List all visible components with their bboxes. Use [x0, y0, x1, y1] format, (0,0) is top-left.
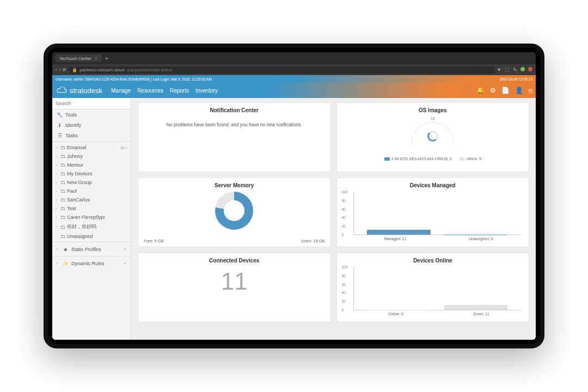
chevron-right-icon[interactable]: ›	[56, 225, 59, 229]
sidebar: 🔧Tools ℹIdentify ☰Tasks ›🗀Emanuel🗀+›🗀Joh…	[52, 98, 131, 340]
nav-reports[interactable]: Reports	[170, 88, 189, 94]
tree-label: Mensur	[67, 162, 83, 168]
tree-item[interactable]: 🗀Unassigned	[52, 232, 131, 241]
tree-item[interactable]: ›🗀Mensur	[52, 161, 131, 169]
info-icon: ℹ	[57, 122, 63, 128]
chevron-right-icon[interactable]: ›	[56, 216, 59, 219]
close-tab-icon[interactable]: ×	[95, 56, 97, 61]
browser-tabs: NoTouch Center × +	[52, 52, 536, 64]
wand-icon: ✨	[63, 260, 69, 266]
chevron-right-icon[interactable]: ›	[56, 198, 59, 202]
tree-label: Санкт-Петербург	[67, 215, 106, 220]
dashboard-content: Notification Center No problems have bee…	[131, 98, 536, 340]
folder-icon: 🗀	[60, 234, 65, 239]
gauge-top-tick: 10	[431, 117, 435, 120]
card-os-images: OS Images 10 2.40.4761-EEs-k413-x64-1904…	[336, 102, 530, 172]
x-label: Down: 11	[473, 312, 489, 316]
extension-icon[interactable]	[528, 67, 532, 71]
tree-item[interactable]: ›🗀Санкт-Петербург	[52, 213, 131, 222]
folder-icon: 🗀	[60, 145, 65, 150]
folder-icon: 🗀	[60, 162, 65, 168]
chevron-right-icon[interactable]: ›	[56, 181, 59, 185]
card-server-memory: Server Memory Free: 5 GB Used: 19 GB	[138, 177, 331, 247]
reload-icon[interactable]: ⟳	[63, 68, 66, 72]
url-field[interactable]: 🔒 pacheco.notouch.cloud/easyadmin/main.a…	[69, 66, 495, 74]
tree-label: Johnny	[67, 154, 83, 159]
legend-item: others: 9	[460, 157, 481, 161]
folder-icon: 🗀	[60, 180, 65, 185]
tree-label: Emanuel	[67, 145, 87, 150]
sidebar-static-profiles[interactable]: ›◈Static Profiles+	[52, 243, 131, 255]
tree-item[interactable]: ›🗀Test	[52, 204, 131, 213]
user-icon[interactable]: 👤	[515, 87, 523, 94]
sidebar-tools[interactable]: 🔧Tools	[52, 109, 131, 120]
chevron-right-icon[interactable]: ›	[56, 146, 59, 150]
extension-icon[interactable]: ✦	[497, 67, 501, 72]
chevron-right-icon[interactable]: ›	[56, 189, 59, 193]
folder-icon: 🗀	[60, 206, 65, 211]
folder-icon: 🗀	[60, 154, 65, 159]
diamond-icon: ◈	[63, 246, 69, 252]
tree-item[interactable]: ›🗀你好，你好吗	[52, 222, 131, 232]
sidebar-tasks[interactable]: ☰Tasks	[52, 130, 131, 140]
card-title: Connected Devices	[143, 258, 326, 264]
document-icon[interactable]: 📄	[501, 87, 510, 94]
tree-label: Paul	[67, 188, 77, 194]
os-images-gauge: 10	[406, 117, 460, 155]
bell-icon[interactable]: 🔔	[476, 87, 485, 94]
nav-resources[interactable]: Resources	[137, 88, 163, 94]
sidebar-item-label: Identify	[65, 122, 81, 128]
sidebar-identify[interactable]: ℹIdentify	[52, 120, 131, 130]
search-input[interactable]	[52, 98, 131, 109]
tree-item[interactable]: ›🗀SanCarlos	[52, 195, 131, 204]
lock-icon: 🔒	[72, 68, 77, 72]
chevron-right-icon[interactable]: ›	[56, 163, 59, 167]
card-notification-center: Notification Center No problems have bee…	[138, 102, 331, 172]
add-icon[interactable]: +	[124, 247, 126, 252]
notification-body: No problems have been found, and you hav…	[143, 122, 326, 127]
nav-forward-icon[interactable]: ›	[59, 68, 61, 72]
nav-inventory[interactable]: Inventory	[195, 88, 218, 94]
folder-icon: 🗀	[60, 197, 65, 203]
legend-item: 2.40.4761-EEs-k413-x64-190410: 2	[384, 157, 452, 161]
status-left: Username: admin 78847b93-1135-4254-9b4c-…	[56, 77, 212, 81]
add-folder-icon[interactable]: 🗀+	[120, 145, 127, 150]
tree-label: 你好，你好吗	[67, 223, 96, 230]
browser-tab[interactable]: NoTouch Center ×	[56, 54, 102, 62]
extension-icon[interactable]	[520, 67, 525, 71]
status-right: 2020-03-09 12:03:15	[500, 77, 532, 81]
nav-manage[interactable]: Manage	[111, 88, 131, 94]
gear-icon[interactable]: ⚙	[490, 87, 496, 94]
tree-item[interactable]: ›🗀My Devices	[52, 169, 131, 178]
tree-item[interactable]: ›🗀Paul	[52, 187, 131, 195]
nav-back-icon[interactable]: ‹	[56, 68, 57, 72]
add-icon[interactable]: +	[124, 261, 126, 266]
extension-icon[interactable]: ✎	[513, 67, 517, 72]
sidebar-item-label: Tasks	[65, 133, 78, 138]
card-title: OS Images	[341, 107, 525, 113]
tree-label: Test	[67, 206, 76, 211]
brand[interactable]: stratodesk	[56, 87, 102, 95]
browser-urlbar: ‹ › ⟳ 🔒 pacheco.notouch.cloud/easyadmin/…	[52, 64, 536, 75]
brand-text: stratodesk	[70, 87, 102, 95]
new-tab-button[interactable]: +	[105, 56, 108, 62]
wrench-icon: 🔧	[57, 112, 63, 118]
tree-item[interactable]: ›🗀Johnny	[52, 152, 131, 161]
sidebar-item-label: Dynamic Rules	[71, 261, 105, 266]
cloud-logo-icon	[56, 87, 68, 94]
tree-item[interactable]: ›🗀Emanuel🗀+	[52, 143, 131, 152]
chevron-right-icon[interactable]: ›	[56, 207, 59, 211]
tree-item[interactable]: ›🗀New Group	[52, 178, 131, 187]
tree-label: New Group	[67, 180, 92, 185]
sidebar-item-label: Tools	[65, 112, 77, 118]
chevron-right-icon[interactable]: ›	[56, 155, 59, 158]
x-label: Online: 0	[388, 312, 403, 316]
chevron-right-icon[interactable]: ›	[56, 172, 59, 176]
logout-icon[interactable]: ⎋	[529, 87, 532, 94]
x-label: Unassigned: 0	[469, 237, 493, 241]
card-devices-online: Devices Online 100806040200 Online: 0Dow…	[336, 253, 530, 322]
devices-managed-chart: 100806040200	[353, 192, 522, 235]
connected-count: 11	[143, 268, 326, 295]
extension-icon[interactable]: ⬚	[505, 67, 510, 72]
sidebar-dynamic-rules[interactable]: ›✨Dynamic Rules+	[52, 258, 131, 269]
